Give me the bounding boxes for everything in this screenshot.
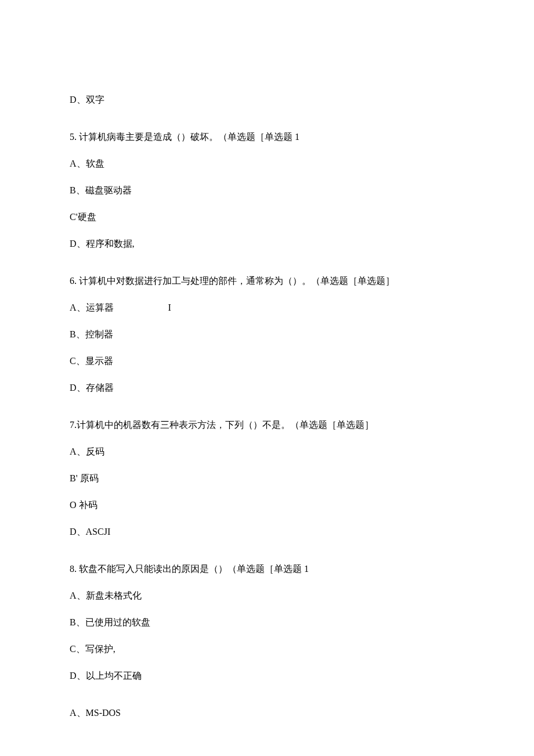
option-line: D、双字 <box>70 93 464 107</box>
question-5-option-c: C'硬盘 <box>70 210 464 224</box>
question-6-option-a-extra: I <box>168 301 171 315</box>
question-7-option-a: A、反码 <box>70 445 464 459</box>
question-8-option-b: B、已使用过的软盘 <box>70 615 464 629</box>
question-8-option-a: A、新盘未格式化 <box>70 589 464 603</box>
question-7-option-d: D、ASCJI <box>70 525 464 539</box>
question-6-option-a: A、运算器 <box>70 301 114 315</box>
question-5-prompt: 5. 计算机病毒主要是造成（）破坏。（单选题［单选题 1 <box>70 130 464 144</box>
question-6-option-b: B、控制器 <box>70 327 464 341</box>
trailing-line: A、MS-DOS <box>70 706 464 720</box>
question-7-option-c: O 补码 <box>70 498 464 512</box>
question-8-option-d: D、以上均不正确 <box>70 669 464 683</box>
question-6-option-c: C、显示器 <box>70 354 464 368</box>
question-5-option-d: D、程序和数据, <box>70 237 464 251</box>
question-5-option-a: A、软盘 <box>70 157 464 171</box>
question-7-option-b: B' 原码 <box>70 471 464 485</box>
question-6-option-a-line: A、运算器 I <box>70 301 464 315</box>
question-7-prompt: 7.计算机中的机器数有三种表示方法，下列（）不是。（单选题［单选题］ <box>70 418 464 432</box>
question-8-prompt: 8. 软盘不能写入只能读出的原因是（）（单选题［单选题 1 <box>70 562 464 576</box>
question-8-option-c: C、写保护, <box>70 642 464 656</box>
question-5-option-b: B、磁盘驱动器 <box>70 183 464 197</box>
question-6-option-d: D、存储器 <box>70 381 464 395</box>
question-6-prompt: 6. 计算机中对数据进行加工与处理的部件，通常称为（）。（单选题［单选题］ <box>70 274 464 288</box>
